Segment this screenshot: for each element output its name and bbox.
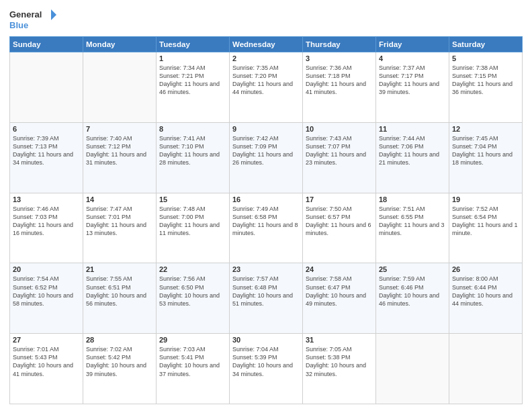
day-number: 27 (13, 336, 80, 344)
day-number: 16 (232, 195, 300, 203)
week-row-5: 27Sunrise: 7:01 AM Sunset: 5:43 PM Dayli… (10, 334, 523, 404)
day-number: 9 (232, 125, 300, 133)
day-number: 18 (379, 195, 446, 203)
day-number: 6 (13, 125, 80, 133)
day-info: Sunrise: 7:58 AM Sunset: 6:47 PM Dayligh… (306, 275, 373, 308)
svg-marker-2 (51, 9, 56, 20)
day-number: 19 (452, 195, 519, 203)
calendar-header-row: SundayMondayTuesdayWednesdayThursdayFrid… (10, 37, 523, 52)
day-number: 30 (232, 336, 300, 344)
col-header-monday: Monday (83, 37, 157, 52)
day-info: Sunrise: 7:44 AM Sunset: 7:06 PM Dayligh… (379, 134, 446, 167)
day-number: 15 (159, 195, 226, 203)
calendar: SundayMondayTuesdayWednesdayThursdayFrid… (9, 36, 523, 404)
day-info: Sunrise: 7:04 AM Sunset: 5:39 PM Dayligh… (232, 345, 300, 378)
calendar-cell: 8Sunrise: 7:41 AM Sunset: 7:10 PM Daylig… (157, 122, 230, 193)
col-header-tuesday: Tuesday (157, 37, 230, 52)
day-info: Sunrise: 7:05 AM Sunset: 5:38 PM Dayligh… (306, 345, 373, 378)
day-number: 29 (159, 336, 226, 344)
day-number: 21 (86, 265, 153, 273)
calendar-cell: 20Sunrise: 7:54 AM Sunset: 6:52 PM Dayli… (10, 263, 83, 334)
day-number: 22 (159, 265, 226, 273)
day-info: Sunrise: 7:48 AM Sunset: 7:00 PM Dayligh… (159, 205, 226, 238)
calendar-cell: 15Sunrise: 7:48 AM Sunset: 7:00 PM Dayli… (157, 193, 230, 263)
calendar-cell (376, 334, 449, 404)
day-info: Sunrise: 7:42 AM Sunset: 7:09 PM Dayligh… (232, 134, 300, 167)
day-number: 24 (306, 265, 373, 273)
svg-text:Blue: Blue (9, 20, 28, 30)
day-info: Sunrise: 7:50 AM Sunset: 6:57 PM Dayligh… (306, 205, 373, 238)
calendar-cell: 11Sunrise: 7:44 AM Sunset: 7:06 PM Dayli… (376, 122, 449, 193)
calendar-cell: 23Sunrise: 7:57 AM Sunset: 6:48 PM Dayli… (230, 263, 303, 334)
calendar-cell: 28Sunrise: 7:02 AM Sunset: 5:42 PM Dayli… (83, 334, 157, 404)
day-number: 10 (306, 125, 373, 133)
calendar-cell: 9Sunrise: 7:42 AM Sunset: 7:09 PM Daylig… (230, 122, 303, 193)
day-info: Sunrise: 8:00 AM Sunset: 6:44 PM Dayligh… (452, 275, 519, 308)
day-number: 12 (452, 125, 519, 133)
col-header-thursday: Thursday (303, 37, 376, 52)
calendar-cell: 4Sunrise: 7:37 AM Sunset: 7:17 PM Daylig… (376, 52, 449, 123)
day-info: Sunrise: 7:46 AM Sunset: 7:03 PM Dayligh… (13, 205, 80, 238)
day-number: 23 (232, 265, 300, 273)
day-info: Sunrise: 7:35 AM Sunset: 7:20 PM Dayligh… (232, 64, 300, 97)
calendar-cell: 16Sunrise: 7:49 AM Sunset: 6:58 PM Dayli… (230, 193, 303, 263)
header: General Blue (9, 7, 523, 32)
day-info: Sunrise: 7:49 AM Sunset: 6:58 PM Dayligh… (232, 205, 300, 238)
day-number: 17 (306, 195, 373, 203)
calendar-cell: 31Sunrise: 7:05 AM Sunset: 5:38 PM Dayli… (303, 334, 376, 404)
col-header-saturday: Saturday (449, 37, 523, 52)
calendar-cell: 19Sunrise: 7:52 AM Sunset: 6:54 PM Dayli… (449, 193, 523, 263)
day-info: Sunrise: 7:45 AM Sunset: 7:04 PM Dayligh… (452, 134, 519, 167)
calendar-cell: 5Sunrise: 7:38 AM Sunset: 7:15 PM Daylig… (449, 52, 523, 123)
day-number: 5 (452, 54, 519, 62)
day-number: 4 (379, 54, 446, 62)
calendar-cell: 3Sunrise: 7:36 AM Sunset: 7:18 PM Daylig… (303, 52, 376, 123)
calendar-cell: 22Sunrise: 7:56 AM Sunset: 6:50 PM Dayli… (157, 263, 230, 334)
week-row-1: 1Sunrise: 7:34 AM Sunset: 7:21 PM Daylig… (10, 52, 523, 123)
calendar-cell: 30Sunrise: 7:04 AM Sunset: 5:39 PM Dayli… (230, 334, 303, 404)
day-number: 7 (86, 125, 153, 133)
day-number: 11 (379, 125, 446, 133)
day-number: 26 (452, 265, 519, 273)
calendar-cell: 7Sunrise: 7:40 AM Sunset: 7:12 PM Daylig… (83, 122, 157, 193)
day-info: Sunrise: 7:54 AM Sunset: 6:52 PM Dayligh… (13, 275, 80, 308)
calendar-cell: 24Sunrise: 7:58 AM Sunset: 6:47 PM Dayli… (303, 263, 376, 334)
calendar-cell: 18Sunrise: 7:51 AM Sunset: 6:55 PM Dayli… (376, 193, 449, 263)
day-info: Sunrise: 7:56 AM Sunset: 6:50 PM Dayligh… (159, 275, 226, 308)
col-header-sunday: Sunday (10, 37, 83, 52)
calendar-cell (10, 52, 83, 123)
day-info: Sunrise: 7:59 AM Sunset: 6:46 PM Dayligh… (379, 275, 446, 308)
calendar-cell: 12Sunrise: 7:45 AM Sunset: 7:04 PM Dayli… (449, 122, 523, 193)
calendar-cell: 6Sunrise: 7:39 AM Sunset: 7:13 PM Daylig… (10, 122, 83, 193)
day-number: 2 (232, 54, 300, 62)
calendar-cell: 10Sunrise: 7:43 AM Sunset: 7:07 PM Dayli… (303, 122, 376, 193)
logo: General Blue (9, 7, 56, 32)
week-row-3: 13Sunrise: 7:46 AM Sunset: 7:03 PM Dayli… (10, 193, 523, 263)
calendar-cell: 27Sunrise: 7:01 AM Sunset: 5:43 PM Dayli… (10, 334, 83, 404)
page: General Blue SundayMondayTuesdayWednesda… (0, 0, 532, 411)
col-header-wednesday: Wednesday (230, 37, 303, 52)
day-info: Sunrise: 7:41 AM Sunset: 7:10 PM Dayligh… (159, 134, 226, 167)
calendar-cell: 2Sunrise: 7:35 AM Sunset: 7:20 PM Daylig… (230, 52, 303, 123)
logo-svg: General Blue (9, 7, 56, 32)
day-info: Sunrise: 7:38 AM Sunset: 7:15 PM Dayligh… (452, 64, 519, 97)
day-info: Sunrise: 7:36 AM Sunset: 7:18 PM Dayligh… (306, 64, 373, 97)
calendar-cell: 29Sunrise: 7:03 AM Sunset: 5:41 PM Dayli… (157, 334, 230, 404)
calendar-cell: 26Sunrise: 8:00 AM Sunset: 6:44 PM Dayli… (449, 263, 523, 334)
calendar-cell: 17Sunrise: 7:50 AM Sunset: 6:57 PM Dayli… (303, 193, 376, 263)
day-info: Sunrise: 7:01 AM Sunset: 5:43 PM Dayligh… (13, 345, 80, 378)
day-info: Sunrise: 7:39 AM Sunset: 7:13 PM Dayligh… (13, 134, 80, 167)
day-info: Sunrise: 7:47 AM Sunset: 7:01 PM Dayligh… (86, 205, 153, 238)
day-info: Sunrise: 7:40 AM Sunset: 7:12 PM Dayligh… (86, 134, 153, 167)
day-info: Sunrise: 7:51 AM Sunset: 6:55 PM Dayligh… (379, 205, 446, 238)
day-info: Sunrise: 7:37 AM Sunset: 7:17 PM Dayligh… (379, 64, 446, 97)
day-info: Sunrise: 7:02 AM Sunset: 5:42 PM Dayligh… (86, 345, 153, 378)
calendar-cell: 13Sunrise: 7:46 AM Sunset: 7:03 PM Dayli… (10, 193, 83, 263)
svg-text:General: General (9, 9, 42, 19)
day-info: Sunrise: 7:52 AM Sunset: 6:54 PM Dayligh… (452, 205, 519, 238)
col-header-friday: Friday (376, 37, 449, 52)
day-number: 13 (13, 195, 80, 203)
day-number: 31 (306, 336, 373, 344)
day-number: 3 (306, 54, 373, 62)
day-info: Sunrise: 7:34 AM Sunset: 7:21 PM Dayligh… (159, 64, 226, 97)
